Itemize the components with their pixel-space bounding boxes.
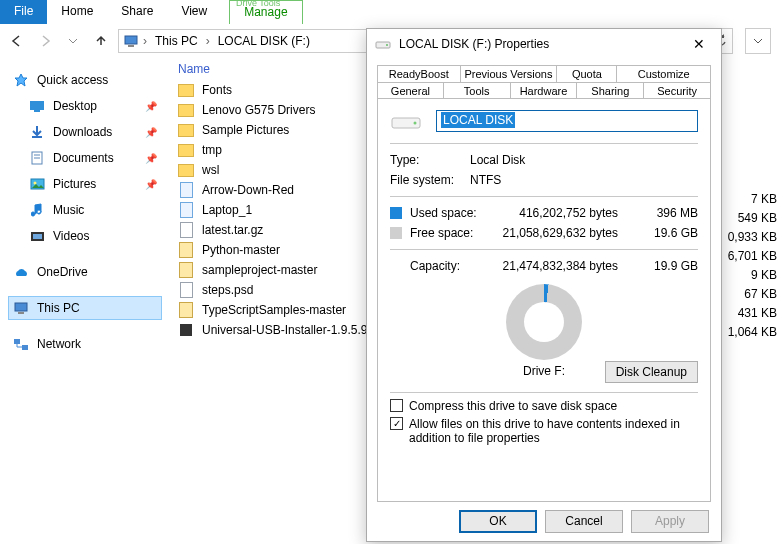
- tab-hardware[interactable]: Hardware: [511, 82, 578, 99]
- svg-rect-12: [33, 234, 42, 239]
- ribbon-view[interactable]: View: [167, 0, 221, 24]
- filesystem-value: NTFS: [470, 173, 501, 187]
- sidebar-quick-access[interactable]: Quick access: [8, 68, 162, 92]
- tab-readyboost[interactable]: ReadyBoost: [377, 65, 461, 82]
- tab-previous-versions[interactable]: Previous Versions: [461, 65, 558, 82]
- sidebar-label: This PC: [37, 301, 80, 315]
- svg-rect-0: [125, 36, 137, 44]
- nav-forward: [34, 30, 56, 52]
- drive-icon: [390, 109, 422, 133]
- index-checkbox-row[interactable]: ✓Allow files on this drive to have conte…: [390, 417, 698, 445]
- svg-point-20: [414, 122, 417, 125]
- index-label: Allow files on this drive to have conten…: [409, 417, 698, 445]
- sidebar-label: OneDrive: [37, 265, 88, 279]
- drive-icon: [375, 36, 391, 52]
- star-icon: [13, 72, 29, 88]
- usage-donut: [506, 284, 582, 360]
- cancel-button[interactable]: Cancel: [545, 510, 623, 533]
- tab-general[interactable]: General: [377, 82, 444, 99]
- sidebar-documents[interactable]: Documents📌: [24, 146, 162, 170]
- capacity-label: Capacity:: [410, 259, 502, 273]
- tab-customize[interactable]: Customize: [617, 65, 711, 82]
- dialog-title: LOCAL DISK (F:) Properties: [399, 37, 677, 51]
- compress-label: Compress this drive to save disk space: [409, 399, 617, 413]
- checkbox-checked-icon: ✓: [390, 417, 403, 430]
- onedrive-icon: [13, 264, 29, 280]
- free-bytes: 21,058,629,632 bytes: [502, 226, 632, 240]
- free-hr: 19.6 GB: [632, 226, 698, 240]
- pin-icon: 📌: [145, 179, 157, 190]
- column-header-name[interactable]: Name˄: [178, 62, 378, 76]
- type-label: Type:: [390, 153, 470, 167]
- ribbon-file[interactable]: File: [0, 0, 47, 24]
- search-dropdown[interactable]: [745, 28, 771, 54]
- exe-icon: [178, 322, 194, 338]
- pc-icon: [13, 300, 29, 316]
- tab-quota[interactable]: Quota: [557, 65, 617, 82]
- tab-sharing[interactable]: Sharing: [577, 82, 644, 99]
- disk-cleanup-button[interactable]: Disk Cleanup: [605, 361, 698, 383]
- apply-button: Apply: [631, 510, 709, 533]
- crumb-drive[interactable]: LOCAL DISK (F:): [214, 32, 314, 50]
- used-bytes: 416,202,752 bytes: [502, 206, 632, 220]
- size-cell: 431 KB: [717, 306, 777, 325]
- folder-icon: [178, 122, 194, 138]
- ok-button[interactable]: OK: [459, 510, 537, 533]
- folder-icon: [178, 82, 194, 98]
- column-label: Name: [178, 62, 210, 76]
- free-label: Free space:: [410, 226, 502, 240]
- sidebar-downloads[interactable]: Downloads📌: [24, 120, 162, 144]
- nav-recent-dropdown[interactable]: [62, 30, 84, 52]
- bmp-icon: [178, 182, 194, 198]
- sidebar-onedrive[interactable]: OneDrive: [8, 260, 162, 284]
- sidebar-videos[interactable]: Videos: [24, 224, 162, 248]
- folder-icon: [178, 142, 194, 158]
- tab-general-panel: LOCAL DISK Type:Local Disk File system:N…: [377, 98, 711, 502]
- close-button[interactable]: ✕: [685, 36, 713, 52]
- size-cell: 7 KB: [717, 192, 777, 211]
- ribbon-share[interactable]: Share: [107, 0, 167, 24]
- pc-icon: [123, 33, 139, 49]
- zip-icon: [178, 262, 194, 278]
- size-cell: 9 KB: [717, 268, 777, 287]
- svg-rect-14: [18, 312, 24, 314]
- svg-rect-15: [14, 339, 20, 344]
- ribbon-home[interactable]: Home: [47, 0, 107, 24]
- videos-icon: [29, 228, 45, 244]
- ribbon-manage[interactable]: Manage: [229, 0, 302, 24]
- tab-tools[interactable]: Tools: [444, 82, 511, 99]
- crumb-this-pc[interactable]: This PC: [151, 32, 202, 50]
- svg-rect-4: [34, 110, 40, 112]
- capacity-bytes: 21,474,832,384 bytes: [502, 259, 632, 273]
- sidebar-label: Pictures: [53, 177, 96, 191]
- sidebar-label: Videos: [53, 229, 89, 243]
- sidebar-network[interactable]: Network: [8, 332, 162, 356]
- type-value: Local Disk: [470, 153, 525, 167]
- documents-icon: [29, 150, 45, 166]
- pictures-icon: [29, 176, 45, 192]
- nav-back[interactable]: [6, 30, 28, 52]
- chevron-right-icon[interactable]: ›: [143, 34, 147, 48]
- folder-icon: [178, 102, 194, 118]
- zip-icon: [178, 302, 194, 318]
- sidebar: Quick access Desktop📌 Downloads📌 Documen…: [0, 58, 170, 544]
- pin-icon: 📌: [145, 101, 157, 112]
- sidebar-desktop[interactable]: Desktop📌: [24, 94, 162, 118]
- chevron-right-icon[interactable]: ›: [206, 34, 210, 48]
- downloads-icon: [29, 124, 45, 140]
- svg-rect-5: [32, 136, 42, 138]
- zip-icon: [178, 242, 194, 258]
- sidebar-pictures[interactable]: Pictures📌: [24, 172, 162, 196]
- properties-dialog: LOCAL DISK (F:) Properties ✕ ReadyBoostP…: [366, 28, 722, 542]
- music-icon: [29, 202, 45, 218]
- folder-icon: [178, 162, 194, 178]
- tab-security[interactable]: Security: [644, 82, 711, 99]
- free-swatch: [390, 227, 402, 239]
- size-cell: 1,064 KB: [717, 325, 777, 344]
- nav-up[interactable]: [90, 30, 112, 52]
- volume-name-input[interactable]: LOCAL DISK: [436, 110, 698, 132]
- sidebar-music[interactable]: Music: [24, 198, 162, 222]
- sidebar-this-pc[interactable]: This PC: [8, 296, 162, 320]
- desktop-icon: [29, 98, 45, 114]
- compress-checkbox-row[interactable]: Compress this drive to save disk space: [390, 399, 698, 413]
